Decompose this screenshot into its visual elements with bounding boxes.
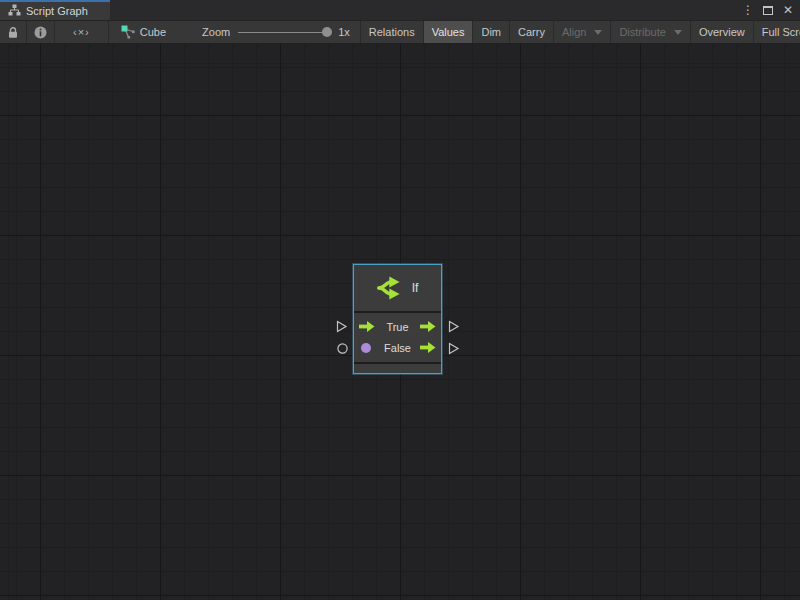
node-body[interactable]: If True [353, 264, 442, 374]
zoom-label: Zoom [202, 26, 230, 38]
graph-node-icon [121, 25, 135, 39]
zoom-slider[interactable] [238, 32, 330, 33]
port-row-false: False [354, 337, 441, 358]
lock-button[interactable] [0, 21, 27, 43]
flow-arrow-icon[interactable] [420, 321, 436, 332]
chevron-down-icon [594, 30, 602, 35]
distribute-dropdown[interactable]: Distribute [610, 21, 689, 43]
chevron-down-icon [674, 30, 682, 35]
close-button[interactable]: ✕ [780, 2, 796, 18]
value-circle-icon[interactable] [359, 342, 375, 354]
node-header[interactable]: If [354, 265, 441, 311]
info-icon [34, 26, 47, 39]
lock-icon [7, 26, 19, 39]
relations-button[interactable]: Relations [360, 21, 423, 43]
values-button[interactable]: Values [423, 21, 473, 43]
code-icon: ‹×› [73, 26, 90, 38]
tab-script-graph[interactable]: Script Graph [0, 0, 110, 20]
node-ports: True False [354, 313, 441, 362]
zoom-control: Zoom 1x [192, 21, 360, 43]
graph-toolbar: ‹×› Cube Zoom 1x Relations Values [0, 20, 800, 44]
graph-hierarchy-icon [8, 4, 21, 18]
condition-input-port-marker[interactable] [336, 342, 349, 355]
node-title: If [412, 281, 419, 295]
zoom-slider-handle[interactable] [322, 27, 332, 37]
graph-canvas[interactable]: If True [0, 44, 800, 600]
carry-button[interactable]: Carry [509, 21, 553, 43]
branch-if-icon [377, 276, 405, 300]
true-output-port-marker[interactable] [447, 320, 460, 333]
window-controls: ⋮ ✕ [740, 0, 796, 20]
if-node[interactable]: If True [353, 264, 442, 374]
fullscreen-button[interactable]: Full Screen [753, 21, 800, 43]
flow-arrow-icon[interactable] [359, 321, 375, 332]
flow-arrow-icon[interactable] [420, 342, 436, 353]
false-output-port-marker[interactable] [447, 342, 460, 355]
zoom-value: 1x [338, 26, 350, 38]
graph-owner-button[interactable]: Cube [109, 21, 174, 43]
graph-owner-label: Cube [140, 26, 166, 38]
info-button[interactable] [27, 21, 55, 43]
window-menu-button[interactable]: ⋮ [740, 2, 756, 18]
port-row-true: True [354, 316, 441, 337]
port-label-true: True [375, 321, 420, 333]
node-footer [354, 364, 441, 373]
dim-button[interactable]: Dim [472, 21, 509, 43]
tab-bar: Script Graph ⋮ ✕ [0, 0, 800, 20]
code-view-button[interactable]: ‹×› [55, 21, 109, 43]
overview-button[interactable]: Overview [690, 21, 753, 43]
maximize-button[interactable] [760, 2, 776, 18]
port-label-false: False [375, 342, 420, 354]
flow-input-port-marker[interactable] [335, 320, 348, 333]
maximize-icon [763, 6, 773, 15]
align-dropdown[interactable]: Align [553, 21, 610, 43]
tab-title: Script Graph [26, 5, 88, 17]
script-graph-window: Script Graph ⋮ ✕ ‹×› [0, 0, 800, 600]
toolbar-button-group: Relations Values Dim Carry Align Distrib… [360, 21, 800, 43]
